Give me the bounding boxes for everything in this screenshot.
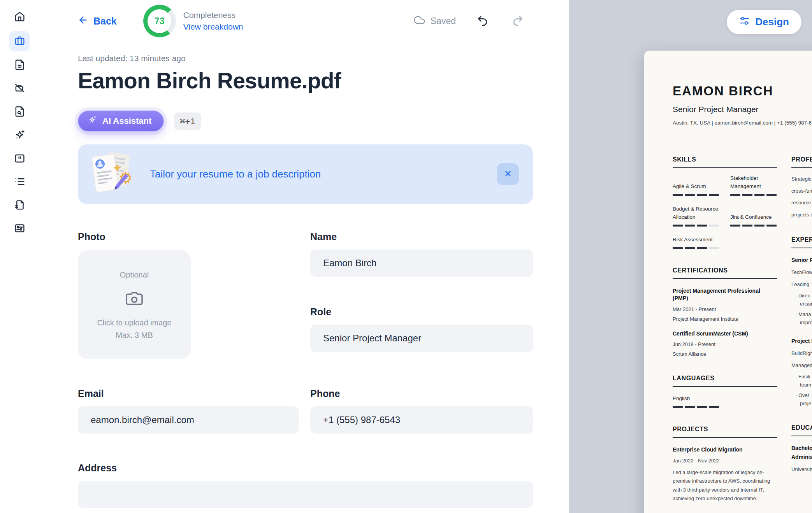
redo-icon xyxy=(512,15,524,27)
ai-assistant-label: AI Assistant xyxy=(102,116,151,126)
completeness-ring: 73 xyxy=(143,5,176,37)
design-label: Design xyxy=(755,16,789,28)
workflow-icon xyxy=(14,223,25,235)
app-root: Back 73 Completeness View breakdown Save… xyxy=(0,0,812,513)
topbar: Back 73 Completeness View breakdown Save… xyxy=(78,0,533,37)
list-icon xyxy=(14,176,25,189)
label-off-icon xyxy=(14,83,25,95)
sliders-icon xyxy=(739,16,750,29)
completeness-value: 73 xyxy=(148,9,171,33)
sidebar-item-board[interactable] xyxy=(10,149,29,168)
certifications-heading: CERTIFICATIONS xyxy=(673,267,777,279)
tailor-illustration: ⚙ xyxy=(91,150,134,199)
resume-left-column: SKILLS Agile & Scrum Stakeholder Managem… xyxy=(673,156,777,503)
cloud-icon xyxy=(413,14,425,28)
email-group: Email xyxy=(78,388,299,434)
contact-form: Photo Optional Click to upload image Max… xyxy=(78,231,533,508)
skills-grid: Agile & Scrum Stakeholder Management Bud… xyxy=(673,174,777,249)
last-updated: Last updated: 13 minutes ago xyxy=(78,54,533,63)
photo-upload[interactable]: Optional Click to upload image Max. 3 MB xyxy=(78,250,191,359)
sparkles-icon xyxy=(14,129,25,142)
skill-item: Risk Assessment xyxy=(673,236,719,249)
sparkle-icon xyxy=(88,115,97,127)
name-label: Name xyxy=(310,231,533,242)
home-icon xyxy=(14,11,25,24)
sidebar-item-ai[interactable] xyxy=(10,126,29,145)
skill-item: Agile & Scrum xyxy=(673,174,719,196)
resume-preview: EAMON BIRCH Senior Project Manager Austi… xyxy=(644,51,812,513)
undo-icon xyxy=(477,15,488,27)
language-item: English xyxy=(673,395,777,408)
design-button[interactable]: Design xyxy=(727,10,801,34)
back-button[interactable]: Back xyxy=(78,15,117,28)
resume-right-column: PROFE Strategic cross-func resource proj… xyxy=(791,156,812,503)
phone-group: Phone xyxy=(310,388,533,434)
camera-icon xyxy=(125,279,144,310)
sidebar-item-disabled-feature[interactable] xyxy=(10,79,29,98)
project-item: Enterprise Cloud Migration Jan 2022 - No… xyxy=(673,446,777,503)
file-search-icon xyxy=(14,106,25,119)
save-status: Saved xyxy=(413,14,456,28)
name-input[interactable] xyxy=(310,249,533,277)
email-field[interactable] xyxy=(78,406,299,434)
address-label: Address xyxy=(78,462,533,474)
photo-optional-label: Optional xyxy=(120,271,149,279)
resume-contact: Austin, TX, USA | eamon.birch@email.com … xyxy=(673,120,812,126)
tailor-banner: ⚙ Tailor your resume to a job descriptio… xyxy=(78,144,533,204)
projects-heading: PROJECTS xyxy=(673,426,777,438)
certification-item: Certified ScrumMaster (CSM) Jun 2018 - P… xyxy=(673,330,777,357)
sidebar-item-list[interactable] xyxy=(10,173,29,191)
view-breakdown-link[interactable]: View breakdown xyxy=(183,22,243,32)
preview-panel: Design EAMON BIRCH Senior Project Manage… xyxy=(569,0,812,513)
education-heading: EDUCA xyxy=(791,424,812,436)
resume-role: Senior Project Manager xyxy=(673,105,812,114)
sidebar-item-home[interactable] xyxy=(10,8,29,26)
board-icon xyxy=(14,153,25,165)
undo-button[interactable] xyxy=(477,15,488,27)
ai-assistant-row: AI Assistant ⌘+i xyxy=(78,111,533,132)
file-x-icon xyxy=(14,199,25,212)
languages-heading: LANGUAGES xyxy=(673,375,777,387)
skills-heading: SKILLS xyxy=(673,156,777,168)
banner-close-button[interactable] xyxy=(497,163,519,185)
completeness-label: Completeness xyxy=(183,11,243,20)
sidebar-item-file-search[interactable] xyxy=(10,103,29,121)
name-role-group: Name Role xyxy=(310,231,533,359)
sidebar-item-file-x[interactable] xyxy=(10,196,29,215)
certification-item: Project Management Professional (PMP) Ma… xyxy=(673,287,777,322)
address-field[interactable] xyxy=(78,481,533,508)
sidebar xyxy=(0,0,39,513)
tailor-banner-text: Tailor your resume to a job description xyxy=(150,168,321,180)
page-title: Eamon Birch Resume.pdf xyxy=(78,68,533,93)
saved-label: Saved xyxy=(431,16,456,26)
phone-field[interactable] xyxy=(310,406,533,434)
photo-group: Photo Optional Click to upload image Max… xyxy=(78,231,299,359)
file-text-icon xyxy=(14,59,25,72)
arrow-left-icon xyxy=(78,15,88,28)
save-history-group: Saved xyxy=(413,14,524,28)
close-icon xyxy=(504,169,512,179)
role-input[interactable] xyxy=(310,325,533,352)
skill-item: Jira & Confluence xyxy=(730,205,777,227)
role-label: Role xyxy=(310,306,533,318)
sidebar-item-documents[interactable] xyxy=(10,56,29,75)
keyboard-shortcut-badge: ⌘+i xyxy=(174,112,201,130)
photo-upload-text: Click to upload image xyxy=(97,318,171,327)
photo-label: Photo xyxy=(78,231,299,242)
summary-heading: PROFE xyxy=(791,156,812,168)
briefcase-icon xyxy=(14,35,25,48)
phone-label: Phone xyxy=(310,388,533,399)
completeness-widget: 73 Completeness View breakdown xyxy=(143,5,243,37)
ai-assistant-button[interactable]: AI Assistant xyxy=(78,111,164,132)
email-label: Email xyxy=(78,388,299,399)
back-label: Back xyxy=(93,16,117,27)
experience-heading: EXPER xyxy=(791,236,812,248)
resume-name: EAMON BIRCH xyxy=(673,84,812,98)
sidebar-item-resumes[interactable] xyxy=(9,31,30,51)
skill-item: Stakeholder Management xyxy=(730,174,777,196)
sidebar-item-workflow[interactable] xyxy=(10,220,29,238)
skill-item: Budget & Resource Allocation xyxy=(673,205,719,227)
photo-max-size: Max. 3 MB xyxy=(116,331,153,340)
redo-button[interactable] xyxy=(512,15,524,27)
address-group: Address xyxy=(78,462,533,508)
